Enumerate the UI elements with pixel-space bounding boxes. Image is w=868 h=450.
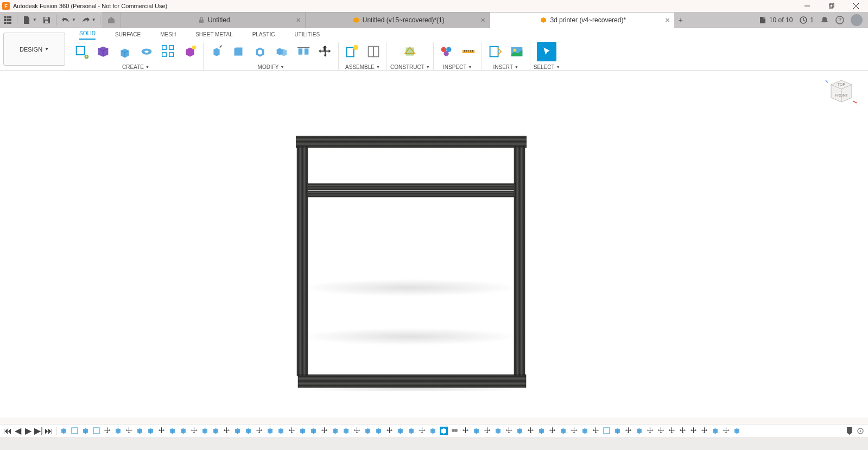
revolve-tool[interactable] bbox=[137, 42, 156, 61]
ruler-tool[interactable] bbox=[459, 42, 478, 61]
timeline-prev[interactable]: ◀ bbox=[14, 427, 22, 435]
timeline-feature-27[interactable] bbox=[352, 426, 362, 435]
timeline-feature-2[interactable] bbox=[81, 426, 90, 435]
group-label-assemble[interactable]: ASSEMBLE▼ bbox=[345, 64, 380, 70]
extrude-tool[interactable] bbox=[115, 42, 135, 61]
timeline-feature-46[interactable] bbox=[559, 426, 568, 435]
timeline-feature-31[interactable] bbox=[396, 426, 405, 435]
timeline-feature-36[interactable] bbox=[450, 426, 459, 435]
timeline-feature-22[interactable] bbox=[298, 426, 307, 435]
timeline-feature-33[interactable] bbox=[417, 426, 427, 435]
timeline-feature-61[interactable] bbox=[721, 426, 731, 435]
timeline-feature-34[interactable] bbox=[428, 426, 438, 435]
timeline-feature-10[interactable] bbox=[168, 426, 177, 435]
timeline-feature-32[interactable] bbox=[407, 426, 416, 435]
measure-tool[interactable] bbox=[437, 42, 457, 61]
timeline-feature-48[interactable] bbox=[580, 426, 590, 435]
timeline-settings[interactable] bbox=[856, 427, 865, 435]
undo-button[interactable] bbox=[58, 12, 73, 28]
document-tab-1[interactable]: Untitled (v15~recovered)*(1) ✕ bbox=[305, 12, 490, 28]
timeline-feature-38[interactable] bbox=[472, 426, 481, 435]
redo-button[interactable] bbox=[78, 12, 93, 28]
fillet-tool[interactable] bbox=[229, 42, 248, 61]
group-label-construct[interactable]: CONSTRUCT▼ bbox=[390, 64, 430, 70]
timeline-feature-17[interactable] bbox=[244, 426, 253, 435]
ribbon-tab-surface[interactable]: SURFACE bbox=[115, 31, 141, 40]
timeline-feature-16[interactable] bbox=[233, 426, 242, 435]
ribbon-tab-sheetmetal[interactable]: SHEET METAL bbox=[195, 31, 233, 40]
timeline-marker[interactable] bbox=[845, 427, 854, 435]
timeline-feature-45[interactable] bbox=[548, 426, 557, 435]
timeline-feature-30[interactable] bbox=[385, 426, 394, 435]
insert-derive-tool[interactable] bbox=[485, 42, 505, 61]
timeline-feature-9[interactable] bbox=[157, 426, 166, 435]
timeline-next[interactable]: ▶| bbox=[34, 427, 43, 435]
timeline-feature-54[interactable] bbox=[645, 426, 655, 435]
new-tab-button[interactable]: + bbox=[674, 16, 687, 24]
timeline-feature-51[interactable] bbox=[613, 426, 622, 435]
timeline-feature-62[interactable] bbox=[732, 426, 742, 435]
timeline-feature-52[interactable] bbox=[624, 426, 633, 435]
group-label-select[interactable]: SELECT▼ bbox=[534, 64, 560, 70]
new-component-tool[interactable] bbox=[342, 42, 362, 61]
timeline-feature-20[interactable] bbox=[276, 426, 286, 435]
timeline-feature-49[interactable] bbox=[591, 426, 600, 435]
box-tool[interactable] bbox=[180, 42, 200, 61]
shell-tool[interactable] bbox=[250, 42, 270, 61]
timeline-last[interactable]: ⏭ bbox=[45, 427, 53, 435]
timeline-feature-35[interactable] bbox=[439, 426, 448, 435]
timeline-feature-50[interactable] bbox=[602, 426, 611, 435]
create-form-tool[interactable] bbox=[93, 42, 113, 61]
construct-plane-tool[interactable] bbox=[400, 42, 420, 61]
rect-pattern-tool[interactable] bbox=[159, 42, 178, 61]
notifications-button[interactable] bbox=[820, 16, 829, 24]
group-label-create[interactable]: CREATE▼ bbox=[122, 64, 149, 70]
press-pull-tool[interactable] bbox=[207, 42, 226, 61]
timeline-feature-5[interactable] bbox=[113, 426, 123, 435]
timeline-play[interactable]: ▶ bbox=[24, 427, 33, 435]
joint-tool[interactable] bbox=[364, 42, 383, 61]
timeline-feature-15[interactable] bbox=[222, 426, 231, 435]
timeline-feature-44[interactable] bbox=[537, 426, 546, 435]
job-status[interactable]: 1 bbox=[799, 16, 814, 24]
viewcube[interactable]: x TOP FRONT bbox=[825, 75, 858, 109]
ribbon-tab-utilities[interactable]: UTILITIES bbox=[294, 31, 320, 40]
timeline-feature-3[interactable] bbox=[92, 426, 101, 435]
timeline-feature-14[interactable] bbox=[211, 426, 220, 435]
extensions-info[interactable]: 10 of 10 bbox=[758, 16, 793, 24]
timeline-feature-19[interactable] bbox=[265, 426, 275, 435]
minimize-button[interactable] bbox=[795, 0, 819, 12]
timeline-feature-55[interactable] bbox=[656, 426, 666, 435]
timeline-feature-7[interactable] bbox=[135, 426, 144, 435]
timeline-feature-6[interactable] bbox=[124, 426, 134, 435]
timeline-feature-13[interactable] bbox=[200, 426, 210, 435]
home-tab[interactable] bbox=[102, 12, 121, 28]
timeline-feature-11[interactable] bbox=[179, 426, 188, 435]
ribbon-tab-mesh[interactable]: MESH bbox=[160, 31, 176, 40]
move-tool[interactable] bbox=[315, 42, 335, 61]
timeline-feature-26[interactable] bbox=[341, 426, 351, 435]
timeline-feature-40[interactable] bbox=[493, 426, 503, 435]
timeline-feature-43[interactable] bbox=[526, 426, 535, 435]
tab-close-1[interactable]: ✕ bbox=[480, 17, 485, 24]
timeline-feature-18[interactable] bbox=[255, 426, 264, 435]
file-menu-caret[interactable]: ▼ bbox=[33, 17, 39, 22]
timeline-feature-56[interactable] bbox=[667, 426, 676, 435]
timeline-feature-60[interactable] bbox=[711, 426, 720, 435]
group-label-insert[interactable]: INSERT▼ bbox=[493, 64, 518, 70]
timeline-feature-29[interactable] bbox=[374, 426, 383, 435]
document-tab-0[interactable]: Untitled ✕ bbox=[121, 12, 305, 28]
timeline-feature-58[interactable] bbox=[689, 426, 698, 435]
maximize-button[interactable] bbox=[819, 0, 844, 12]
file-menu[interactable] bbox=[19, 12, 34, 28]
timeline-feature-21[interactable] bbox=[287, 426, 296, 435]
select-tool[interactable] bbox=[537, 42, 556, 61]
align-tool[interactable] bbox=[294, 42, 313, 61]
timeline-feature-41[interactable] bbox=[504, 426, 514, 435]
timeline-feature-28[interactable] bbox=[363, 426, 372, 435]
timeline-feature-0[interactable] bbox=[59, 426, 68, 435]
timeline-feature-37[interactable] bbox=[461, 426, 470, 435]
ribbon-tab-plastic[interactable]: PLASTIC bbox=[252, 31, 275, 40]
combine-tool[interactable] bbox=[272, 42, 292, 61]
undo-caret[interactable]: ▼ bbox=[72, 17, 78, 22]
